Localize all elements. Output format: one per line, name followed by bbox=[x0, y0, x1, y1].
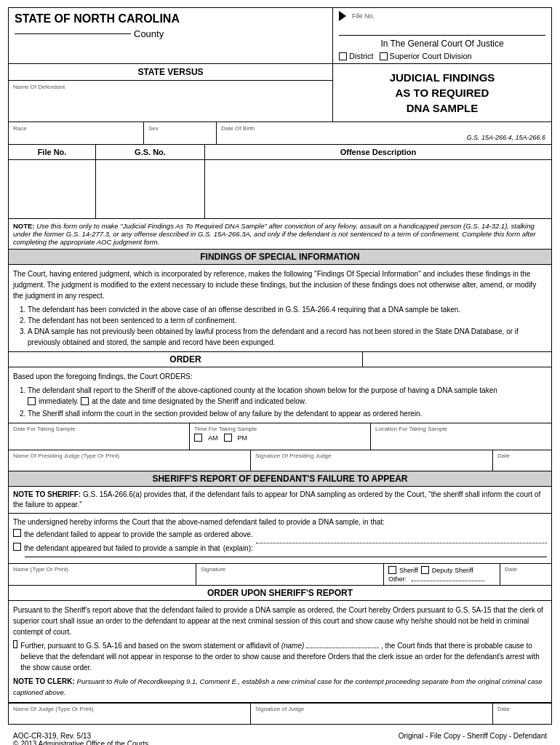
general-court-label: In The General Court Of Justice bbox=[339, 39, 545, 49]
sheriff-role-cb1[interactable] bbox=[388, 566, 396, 574]
name-placeholder: (name) bbox=[281, 642, 305, 650]
am-label: AM bbox=[208, 434, 218, 442]
order-body: Based upon the foregoing findings, the C… bbox=[9, 367, 551, 423]
final-judge-date-label: Date bbox=[497, 706, 547, 712]
state-title: STATE OF NORTH CAROLINA bbox=[15, 12, 327, 25]
finding-item-1: The defendant has been convicted in the … bbox=[28, 304, 547, 315]
judge-row: Name Of Presiding Judge (Type Or Print) … bbox=[9, 450, 551, 471]
county-underline-field bbox=[15, 33, 131, 34]
sheriff-note: NOTE TO SHERIFF: G.S. 15A-266.6(a) provi… bbox=[9, 487, 551, 514]
further-line: Further, pursuant to G.S. 5A-16 and base… bbox=[13, 640, 547, 673]
order-upon-text: Pursuant to the Sheriff's report above t… bbox=[13, 605, 547, 637]
county-label: County bbox=[134, 28, 164, 39]
footer-center: Original - File Copy - Sheriff Copy - De… bbox=[399, 732, 547, 746]
district-checkbox[interactable] bbox=[339, 52, 347, 60]
undersigned-text: The undersigned hereby informs the Court… bbox=[13, 517, 547, 527]
district-label: District bbox=[349, 52, 374, 60]
at-date-label: at the date and time designated by the S… bbox=[92, 396, 306, 407]
judge-name-box: Name Of Presiding Judge (Type Or Print) bbox=[9, 450, 251, 471]
file-no-label: File No. bbox=[352, 12, 375, 20]
immediately-label: immediately. bbox=[39, 396, 79, 407]
sheriff-cb1[interactable] bbox=[13, 529, 21, 537]
final-judge-sig-box: Signature of Judge bbox=[251, 704, 493, 724]
judge-date-label: Date bbox=[497, 453, 547, 459]
date-time-location-row: Date For Taking Sample Time For Taking S… bbox=[9, 423, 551, 450]
sheriff-date-box: Date bbox=[500, 564, 551, 585]
dob-box: Date Of Birth bbox=[217, 122, 333, 144]
superior-court-checkbox[interactable] bbox=[380, 52, 388, 60]
td-fileno[interactable] bbox=[9, 160, 96, 218]
am-pm-row: AM PM bbox=[194, 432, 366, 443]
race-sex-dob-row: Race Sex Date Of Birth G.S. 15A-266.4, 1… bbox=[9, 122, 551, 145]
immediately-checkbox[interactable] bbox=[28, 397, 36, 405]
sheriff-header: SHERIFF'S REPORT OF DEFENDANT'S FAILURE … bbox=[9, 471, 551, 487]
sheriff-sig-box: Signature bbox=[196, 564, 384, 585]
state-versus-label: STATE VERSUS bbox=[9, 64, 332, 81]
sex-label: Sex bbox=[148, 125, 212, 132]
further-checkbox[interactable] bbox=[13, 640, 17, 648]
sheriff-note-prefix: NOTE TO SHERIFF: bbox=[13, 490, 81, 498]
judicial-findings-right: JUDICIAL FINDINGS AS TO REQUIRED DNA SAM… bbox=[333, 64, 551, 121]
final-judge-name-label: Name Of Judge (Type Or Print) bbox=[13, 706, 246, 712]
sheriff-cb1-text: the defendant failed to appear to provid… bbox=[24, 529, 253, 540]
sheriff-note-text: G.S. 15A-266.6(a) provides that, if the … bbox=[13, 490, 540, 509]
other-line bbox=[412, 581, 484, 581]
td-gsno[interactable] bbox=[96, 160, 205, 218]
explain-line2 bbox=[25, 557, 547, 557]
sheriff-role-cb2[interactable] bbox=[421, 566, 429, 574]
defendant-name-field-label: Name Of Defendant bbox=[13, 84, 328, 90]
chevron-icon bbox=[339, 11, 346, 21]
sheriff-cb2-line: the defendant appeared but failed to pro… bbox=[13, 541, 547, 555]
state-versus-left: STATE VERSUS Name Of Defendant bbox=[9, 64, 333, 121]
copyright: © 2013 Administrative Office of the Cour… bbox=[13, 740, 148, 746]
final-judge-row: Name Of Judge (Type Or Print) Signature … bbox=[9, 703, 551, 724]
sheriff-name-label: Name (Type Or Print) bbox=[13, 566, 191, 573]
sheriff-cb2[interactable] bbox=[13, 543, 21, 551]
sheriff-label: Sheriff bbox=[399, 567, 418, 574]
form-id: AOC-CR-319, Rev. 5/13 bbox=[13, 732, 148, 740]
sheriff-cb2-text: the defendant appeared but failed to pro… bbox=[24, 543, 220, 554]
sheriff-sig-row: Name (Type Or Print) Signature Sheriff D… bbox=[9, 563, 551, 586]
immediately-group: immediately. bbox=[28, 396, 79, 407]
further-text: Further, pursuant to G.S. 5A-16 and base… bbox=[20, 640, 547, 673]
sex-box: Sex bbox=[144, 122, 217, 144]
location-field-label: Location For Taking Sample bbox=[375, 426, 547, 432]
date-field-label: Date For Taking Sample bbox=[13, 426, 185, 432]
findings-intro: The Court, having entered judgment, whic… bbox=[13, 268, 547, 301]
order-upon-header: ORDER UPON SHERIFF'S REPORT bbox=[9, 586, 551, 601]
race-label: Race bbox=[13, 125, 139, 132]
order-item-2: The Sheriff shall inform the court in th… bbox=[28, 408, 547, 419]
td-offense[interactable] bbox=[205, 160, 551, 218]
at-date-time-group: at the date and time designated by the S… bbox=[81, 396, 306, 407]
order-header-row: ORDER bbox=[9, 352, 551, 367]
findings-body: The Court, having entered judgment, whic… bbox=[9, 265, 551, 352]
jf-line1: JUDICIAL FINDINGS bbox=[390, 70, 495, 85]
pm-checkbox[interactable] bbox=[224, 434, 232, 442]
defendant-name-box: Name Of Defendant bbox=[9, 81, 332, 107]
sheriff-name-box: Name (Type Or Print) bbox=[9, 564, 196, 585]
note-section: NOTE: Use this form only to make "Judici… bbox=[9, 218, 551, 250]
judge-name-label: Name Of Presiding Judge (Type Or Print) bbox=[13, 453, 246, 459]
judge-date-box: Date bbox=[493, 450, 551, 471]
superior-court-checkbox-item[interactable]: Superior Court Division bbox=[380, 52, 472, 60]
footer-left: AOC-CR-319, Rev. 5/13 © 2013 Administrat… bbox=[13, 732, 148, 746]
header-right: File No. In The General Court Of Justice… bbox=[333, 8, 551, 63]
note-clerk-prefix: NOTE TO CLERK: bbox=[13, 677, 75, 685]
jf-line3: DNA SAMPLE bbox=[390, 100, 495, 116]
superior-court-label: Superior Court Division bbox=[390, 52, 472, 60]
at-date-checkbox[interactable] bbox=[81, 397, 89, 405]
time-field-label: Time For Taking Sample bbox=[194, 426, 366, 432]
pm-label: PM bbox=[238, 434, 248, 442]
footer-row: AOC-CR-319, Rev. 5/13 © 2013 Administrat… bbox=[7, 729, 553, 746]
jf-line2: AS TO REQUIRED bbox=[390, 85, 495, 100]
finding-item-2: The defendant has not been sentenced to … bbox=[28, 315, 547, 326]
final-judge-sig-label: Signature of Judge bbox=[255, 706, 488, 712]
other-label: Other: bbox=[388, 575, 407, 583]
location-cell: Location For Taking Sample bbox=[371, 423, 551, 450]
order-list: The defendant shall report to the Sherif… bbox=[28, 385, 547, 419]
am-checkbox[interactable] bbox=[194, 434, 202, 442]
findings-header: FINDINGS OF SPECIAL INFORMATION bbox=[9, 250, 551, 265]
note-clerk-text: Pursuant to Rule of Recordkeeping 9.1, C… bbox=[13, 677, 543, 696]
file-no-box[interactable] bbox=[339, 23, 545, 36]
district-checkbox-item[interactable]: District bbox=[339, 52, 374, 60]
